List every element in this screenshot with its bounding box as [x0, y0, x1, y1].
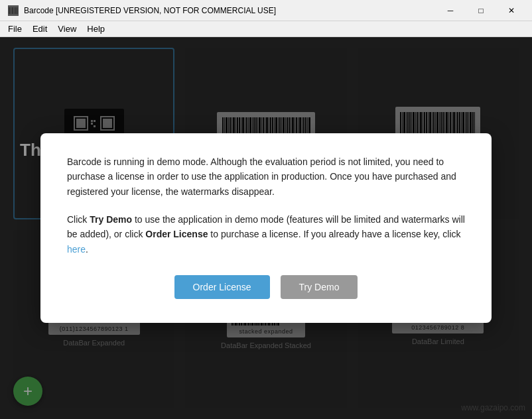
title-bar: Barcode [UNREGISTERED VERSION, NOT FOR C…: [0, 0, 532, 21]
title-bar-left: Barcode [UNREGISTERED VERSION, NOT FOR C…: [8, 5, 276, 16]
modal-p2-suffix: .: [86, 244, 88, 255]
menu-file[interactable]: File: [3, 23, 27, 35]
close-button[interactable]: ✕: [496, 0, 527, 21]
minimize-button[interactable]: ─: [435, 0, 466, 21]
svg-rect-0: [9, 7, 10, 14]
modal-buttons: Order License Try Demo: [67, 275, 465, 299]
svg-rect-2: [12, 7, 13, 14]
modal-paragraph-2: Click Try Demo to use the application in…: [67, 212, 465, 257]
demo-modal: Barcode is running in demo mode. Althoug…: [40, 133, 492, 323]
window-controls: ─ □ ✕: [435, 0, 527, 21]
main-content: 1234567890: [0, 37, 532, 419]
menu-view[interactable]: View: [52, 23, 82, 35]
modal-paragraph-1: Barcode is running in demo mode. Althoug…: [67, 154, 465, 199]
modal-p2-try-demo: Try Demo: [90, 214, 132, 225]
order-license-button[interactable]: Order License: [174, 275, 270, 299]
modal-p2-middle2: to purchase a license. If you already ha…: [208, 229, 460, 239]
try-demo-button[interactable]: Try Demo: [281, 275, 358, 299]
menu-bar: File Edit View Help: [0, 21, 532, 37]
svg-rect-1: [11, 7, 11, 14]
modal-p2-prefix: Click: [67, 214, 90, 225]
svg-rect-5: [17, 7, 18, 14]
window-title: Barcode [UNREGISTERED VERSION, NOT FOR C…: [24, 6, 276, 15]
maximize-button[interactable]: □: [466, 0, 496, 21]
app-icon: [8, 5, 19, 16]
menu-help[interactable]: Help: [82, 23, 110, 35]
svg-rect-4: [15, 7, 17, 14]
modal-p2-order: Order License: [145, 229, 208, 239]
modal-overlay: Barcode is running in demo mode. Althoug…: [0, 37, 532, 419]
license-link[interactable]: here: [67, 244, 86, 255]
menu-edit[interactable]: Edit: [27, 23, 52, 35]
svg-rect-3: [14, 7, 15, 14]
